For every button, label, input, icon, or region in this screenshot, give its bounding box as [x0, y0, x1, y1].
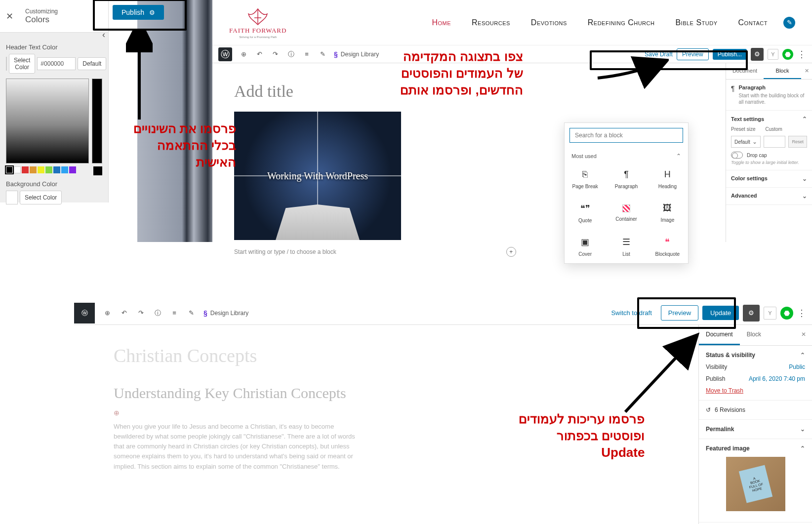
yoast-icon[interactable]: Y	[768, 49, 778, 60]
current-color-swatch	[6, 57, 7, 71]
chip-white[interactable]	[14, 166, 21, 173]
undo-icon[interactable]: ↶	[255, 50, 264, 59]
redo-icon[interactable]: ↷	[136, 309, 145, 318]
nav-home[interactable]: Home	[432, 18, 451, 27]
nav-resources[interactable]: Resources	[472, 18, 510, 27]
block-image[interactable]: 🖼Image	[647, 196, 688, 230]
wp-logo-icon[interactable]: ⓦ	[218, 47, 232, 61]
advanced-section[interactable]: Advanced⌄	[726, 188, 812, 205]
block-blockquote[interactable]: ❝Blockquote	[647, 230, 688, 263]
outline-icon[interactable]: ≡	[170, 309, 179, 318]
wp-logo-icon[interactable]: ⓦ	[74, 303, 95, 323]
close-sidebar-icon[interactable]: ✕	[795, 325, 812, 345]
block-cover[interactable]: ▣Cover	[565, 230, 606, 263]
editor-existing-post: ⓦ ⊕ ↶ ↷ ⓘ ≡ ✎ §Design Library Switch to …	[74, 301, 812, 524]
text-settings-header[interactable]: Text settings⌃	[731, 116, 807, 122]
yoast-icon[interactable]: Y	[764, 307, 776, 320]
background-color-label: Background Color	[6, 180, 102, 188]
chip-orange[interactable]	[30, 166, 37, 173]
block-quote[interactable]: ❝❞Quote	[565, 196, 606, 230]
undo-icon[interactable]: ↶	[120, 309, 128, 318]
dropcap-label: Drop cap	[747, 153, 767, 158]
revisions-row[interactable]: ↺6 Revisions	[699, 401, 812, 420]
most-used-header[interactable]: Most used⌃	[565, 148, 688, 162]
more-menu-icon[interactable]: ⋮	[797, 49, 806, 60]
default-button[interactable]: Default	[78, 57, 106, 70]
nav-bible[interactable]: Bible Study	[675, 18, 717, 27]
chip-green[interactable]	[45, 166, 52, 173]
add-block-icon[interactable]: ⊕	[239, 50, 248, 59]
post-subtitle[interactable]: Understanding Key Christian Concepts	[114, 384, 659, 402]
info-icon[interactable]: ⓘ	[153, 309, 162, 318]
settings-gear-icon[interactable]: ⚙	[743, 305, 760, 322]
custom-size-input[interactable]	[764, 136, 785, 148]
palette-chips	[6, 166, 102, 175]
post-body[interactable]: When you give your life to Jesus and bec…	[114, 422, 361, 472]
nav-devotions[interactable]: Devotions	[531, 18, 567, 27]
outline-icon[interactable]: ≡	[302, 50, 311, 59]
settings-gear-icon[interactable]: ⚙	[751, 48, 764, 61]
dropcap-hint: Toggle to show a large initial letter.	[731, 160, 807, 165]
close-icon[interactable]: ✕	[6, 11, 13, 22]
chip-yellow[interactable]	[38, 166, 44, 173]
chip-black[interactable]	[6, 166, 13, 173]
chip-cyan[interactable]	[61, 166, 68, 173]
status-visibility-header[interactable]: Status & visibility⌃	[706, 352, 805, 359]
color-gradient[interactable]	[6, 79, 89, 163]
design-library-button[interactable]: §Design Library	[203, 309, 248, 317]
brand-name: FAITH FORWARD	[229, 27, 286, 35]
info-icon[interactable]: ⓘ	[286, 50, 295, 59]
move-to-trash[interactable]: Move to Trash	[706, 387, 743, 394]
chip-purple[interactable]	[69, 166, 76, 173]
block-pagebreak[interactable]: ⎘Page Break	[565, 162, 606, 196]
start-writing-placeholder[interactable]: Start writing or type / to choose a bloc…	[234, 248, 336, 255]
redo-icon[interactable]: ↷	[271, 50, 280, 59]
tab-block[interactable]: Block	[764, 63, 801, 79]
select-color-button[interactable]: Select Color	[9, 54, 35, 74]
block-container[interactable]: Container	[606, 196, 647, 230]
publish-date[interactable]: April 6, 2020 7:40 pm	[749, 375, 805, 382]
site-logo[interactable]: FAITH FORWARD Striving for a Promising P…	[229, 7, 286, 39]
customizing-label: Customizing	[25, 8, 102, 15]
pencil-icon[interactable]: ✎	[318, 50, 327, 59]
section-title: Colors	[25, 15, 102, 25]
editor2-sidebar: Document Block ✕ Status & visibility⌃ Vi…	[698, 325, 812, 524]
chip-red[interactable]	[22, 166, 29, 173]
dropcap-toggle[interactable]	[731, 152, 743, 159]
block-heading[interactable]: HHeading	[647, 162, 688, 196]
design-library-button[interactable]: §Design Library	[334, 50, 379, 58]
block-paragraph[interactable]: ¶Paragraph	[606, 162, 647, 196]
revisions-icon: ↺	[706, 406, 711, 413]
more-menu-icon[interactable]: ⋮	[797, 308, 806, 319]
block-search-input[interactable]: Search for a block	[569, 128, 683, 143]
chip-blue[interactable]	[53, 166, 60, 173]
preset-size-label: Preset size	[731, 126, 755, 132]
hue-bar[interactable]	[92, 79, 102, 163]
site-nav: Home Resources Devotions Redefining Chur…	[432, 18, 768, 27]
permalink-header[interactable]: Permalink⌄	[706, 426, 805, 433]
preset-select[interactable]: Default⌄	[731, 136, 761, 148]
post-title[interactable]: Christian Concepts	[114, 345, 659, 366]
nav-redefining[interactable]: Redefining Church	[588, 18, 655, 27]
featured-image-thumb[interactable]: A BOOK FULL OF HOPE	[726, 457, 785, 511]
visibility-value[interactable]: Public	[789, 363, 805, 370]
hex-input[interactable]	[37, 57, 76, 70]
cover-block[interactable]: Working With WordPress	[234, 112, 401, 240]
jetpack-icon[interactable]: ⬣	[782, 49, 793, 60]
block-list[interactable]: ☰List	[606, 230, 647, 263]
edit-shortcut-icon[interactable]: ✎	[783, 17, 795, 29]
tab-block[interactable]: Block	[740, 325, 768, 345]
add-block-icon[interactable]: ⊕	[103, 309, 112, 318]
bg-select-color-button[interactable]: Select Color	[20, 191, 62, 204]
close-sidebar-icon[interactable]: ✕	[801, 63, 812, 79]
book-decor	[276, 204, 360, 240]
nav-contact[interactable]: Contact	[738, 18, 768, 27]
featured-image-header[interactable]: Featured image⌃	[706, 445, 805, 452]
paragraph-desc: Start with the building block of all nar…	[739, 92, 807, 105]
back-chevron-icon[interactable]: ‹	[102, 30, 105, 40]
color-settings-section[interactable]: Color settings⌄	[726, 170, 812, 188]
jetpack-icon[interactable]: ⬣	[780, 307, 793, 320]
add-block-inline-icon[interactable]: +	[506, 247, 516, 257]
reset-button[interactable]: Reset	[788, 136, 807, 148]
pencil-icon[interactable]: ✎	[187, 309, 196, 318]
